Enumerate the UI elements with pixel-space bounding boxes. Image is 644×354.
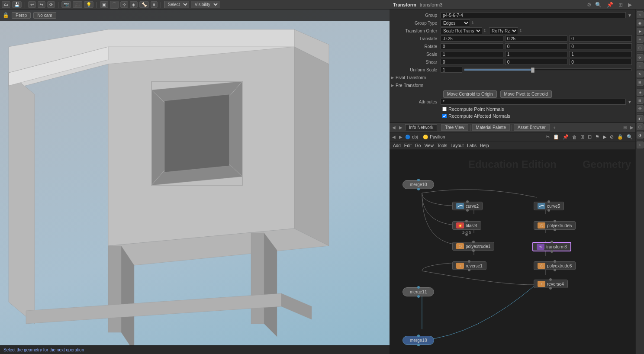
menu-add[interactable]: Add (391, 143, 402, 148)
net-grid-icon[interactable]: ⊞ (580, 134, 585, 140)
net-copy-icon[interactable]: 📋 (552, 134, 560, 140)
pre-transform-section[interactable]: ▶ Pre-Transform (390, 81, 635, 89)
ri-geo[interactable]: ◫ (637, 44, 644, 51)
net-lock-icon[interactable]: 🔒 (616, 134, 624, 140)
shear-y[interactable] (505, 59, 568, 65)
net-expand-icon[interactable]: ▶ (630, 125, 634, 130)
group-type-select[interactable]: Edges Points Primitives (441, 19, 470, 26)
rotate-y[interactable] (505, 43, 568, 49)
ri-light[interactable]: ☀ (637, 36, 644, 43)
ri-snap[interactable]: ◈ (637, 89, 644, 96)
net-cut-icon[interactable]: ✂ (545, 134, 551, 140)
net-fwd-btn[interactable]: ▶ (398, 125, 403, 130)
select-dropdown[interactable]: Select (164, 1, 189, 8)
node-curve2[interactable]: curve2 (452, 202, 483, 210)
cam-button[interactable]: No cam (33, 12, 56, 19)
tab-tree[interactable]: Tree View (441, 124, 468, 131)
menu-labs[interactable]: Labs (465, 143, 478, 148)
ri-select[interactable]: ✥ (637, 54, 644, 61)
move-pivot-btn[interactable]: Move Pivot to Centroid (500, 90, 552, 98)
node-curve5[interactable]: curve5 (534, 202, 564, 210)
toolbar-light-btn[interactable]: 💡 (84, 1, 93, 8)
net-bypass-icon[interactable]: ⊘ (609, 134, 615, 140)
node-polyextrude5[interactable]: ⬡ polyextrude5 (534, 221, 576, 230)
toolbar-curve-btn[interactable]: ⌒ (110, 1, 119, 9)
shear-z[interactable] (569, 59, 632, 65)
persp-button[interactable]: Persp (12, 12, 31, 19)
translate-x[interactable] (441, 35, 503, 42)
node-transform3[interactable]: ⟲ transform3 (532, 242, 571, 251)
scale-z[interactable] (569, 51, 632, 57)
toolbar-shelf-btn[interactable]: ≡ (151, 1, 158, 8)
node-merge18[interactable]: merge18 (402, 336, 434, 345)
toolbar-cam-btn[interactable]: 🎥 (73, 1, 82, 8)
group-input[interactable] (441, 12, 626, 18)
toolbar-geo-btn[interactable]: ▣ (100, 1, 108, 8)
group-dropdown-icon[interactable]: ▼ (628, 13, 632, 18)
node-polyextrude1[interactable]: ⬡ polyextrude1 (452, 242, 494, 251)
attributes-input[interactable] (441, 99, 626, 105)
ri-scale[interactable]: ⊞ (637, 79, 644, 86)
ri-grid[interactable]: ⊞ (637, 97, 644, 104)
net-back2-btn[interactable]: ◀ (391, 135, 396, 139)
ri-home[interactable]: ⌂ (637, 11, 644, 18)
tab-network[interactable]: Info Network (405, 124, 437, 131)
ri-display[interactable]: ◧ (637, 115, 644, 122)
toolbar-bone-btn[interactable]: 🦴 (139, 1, 149, 8)
recompute-points-check[interactable] (442, 107, 447, 111)
toolbar-save-btn[interactable]: 💾 (12, 1, 22, 8)
ri-view[interactable]: 👁 (637, 105, 644, 112)
menu-layout[interactable]: Layout (449, 143, 465, 148)
translate-z[interactable] (569, 35, 632, 42)
menu-view[interactable]: View (422, 143, 435, 148)
net-render-icon[interactable]: ▶ (602, 134, 607, 140)
tab-material[interactable]: Material Palette (472, 124, 510, 131)
props-collapse-icon[interactable]: ▶ (628, 2, 632, 8)
net-layout-icon[interactable]: ⊟ (587, 134, 592, 140)
tab-asset[interactable]: Asset Browser (514, 124, 549, 131)
ri-rotate[interactable]: ↻ (637, 71, 644, 77)
net-flag-icon[interactable]: ⚑ (594, 134, 600, 140)
toolbar-snap-btn[interactable]: ◈ (130, 1, 138, 8)
ri-shade[interactable]: ◑ (637, 132, 644, 138)
ri-info[interactable]: ℹ (637, 142, 644, 148)
toolbar-file-btn[interactable]: 🗂 (2, 1, 10, 8)
rotate-x[interactable] (441, 43, 503, 49)
net-delete-icon[interactable]: 🗑 (571, 135, 578, 140)
visibility-dropdown[interactable]: Visibility (191, 1, 219, 8)
pivot-transform-section[interactable]: ▶ Pivot Transform (390, 74, 635, 81)
toolbar-refresh-btn[interactable]: ⟳ (47, 1, 55, 8)
node-merge11[interactable]: merge11 (402, 287, 434, 296)
net-split-icon[interactable]: ⊞ (623, 125, 627, 130)
menu-go[interactable]: Go (413, 143, 422, 148)
rot-order-select[interactable]: Rx Ry Rz Rx Rz Ry (489, 27, 518, 34)
net-obj-label[interactable]: obj (412, 135, 418, 139)
scale-y[interactable] (505, 51, 568, 57)
transform-order-select[interactable]: Scale Rot Trans Trans Rot Scale (441, 27, 482, 34)
ri-move[interactable]: ↔ (637, 62, 644, 69)
props-search-icon[interactable]: 🔍 (595, 2, 602, 8)
menu-help[interactable]: Help (478, 143, 491, 148)
net-search-icon[interactable]: 🔍 (626, 134, 634, 140)
ri-camera[interactable]: ◉ (637, 19, 644, 26)
net-plus-btn[interactable]: + (551, 125, 557, 130)
menu-tools[interactable]: Tools (435, 143, 449, 148)
network-canvas[interactable]: Education Edition Geometry (390, 150, 635, 353)
net-fwd2-btn[interactable]: ▶ (398, 135, 403, 139)
net-paste-icon[interactable]: 📌 (562, 134, 570, 140)
node-merge10[interactable]: merge10 (402, 180, 434, 189)
toolbar-redo-btn[interactable]: ↪ (38, 1, 45, 8)
uniform-scale-thumb[interactable] (531, 68, 535, 73)
props-pin-icon[interactable]: 📌 (607, 2, 613, 8)
props-gear-icon[interactable]: ⚙ (587, 2, 592, 8)
toolbar-undo-btn[interactable]: ↩ (28, 1, 36, 8)
ri-render[interactable]: ▶ (637, 28, 644, 35)
scale-x[interactable] (441, 51, 503, 57)
node-blast4[interactable]: 💥 blast4 2-3 5 (452, 221, 481, 235)
node-reverse1[interactable]: ↕ reverse1 (452, 261, 486, 270)
uniform-scale-slider[interactable] (464, 68, 632, 71)
ri-wire[interactable]: ⬡ (637, 123, 644, 130)
uniform-scale-input[interactable] (441, 67, 462, 73)
blast4-body[interactable]: 💥 blast4 (452, 221, 481, 230)
attrs-dropdown[interactable]: ▼ (628, 100, 632, 104)
